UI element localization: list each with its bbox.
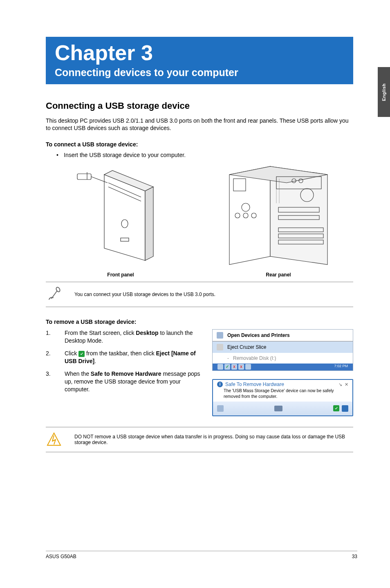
remove-heading: To remove a USB storage device: [46,319,353,325]
svg-marker-2 [145,187,153,260]
step-2-mid: from the taskbar, then click [85,350,156,357]
step-2-post: . [94,358,96,364]
eject-menu-screenshot: Open Devices and Printers Eject Cruzer S… [212,329,353,371]
footer-model: ASUS G50AB [46,554,76,559]
tray-ico-3: x [231,364,237,370]
systray-icons: ✓ x x [217,364,251,370]
svg-rect-7 [77,174,91,180]
step-3-bold: Safe to Remove Hardware [91,370,161,377]
safe-remove-screenshot: i Safe To Remove Hardware ↘ ✕ The 'USB M… [212,379,353,416]
step-2-pre: Click [65,350,78,357]
connect-bullet-text: Insert the USB storage device to your co… [64,152,186,158]
open-devices-row[interactable]: Open Devices and Printers [213,330,353,341]
step-1-bold: Desktop [136,330,158,336]
front-panel-figure: Front panel [46,166,195,278]
front-panel-label: Front panel [107,272,134,278]
info-icon: i [217,382,223,387]
drive-icon [217,344,223,350]
balloon-close-icon[interactable]: ✕ [345,382,348,387]
removable-disk-dash: - [227,355,229,361]
connect-heading: To connect a USB storage device: [46,141,353,148]
footer-page-number: 33 [352,554,357,559]
step-1-num: 1. [46,329,65,345]
safe-remove-body: The 'USB Mass Storage Device' device can… [213,387,352,401]
section-heading: Connecting a USB storage device [46,101,353,111]
removable-disk-row[interactable]: - Removable Disk (I:) [213,353,353,364]
step-1: 1. From the Start screen, click Desktop … [46,329,206,345]
balloon-min-icon[interactable]: ↘ [338,382,342,387]
warning-text: DO NOT remove a USB storage device when … [74,434,353,445]
rear-panel-figure: Rear panel [204,162,353,278]
svg-point-5 [121,220,128,228]
note-usb30: You can connect your USB storage devices… [46,282,353,307]
removable-disk-label: Removable Disk (I:) [233,355,276,361]
svg-marker-10 [229,166,270,265]
printer-icon [217,332,223,339]
pen-icon [46,286,62,303]
systray-bar: ✓ x x 7:02 PM [213,364,353,370]
page-footer: ASUS G50AB 33 [46,551,357,559]
chapter-banner: Chapter 3 Connecting devices to your com… [46,37,353,84]
language-tab: English [378,67,390,117]
tray-keyboard-icon [274,406,282,411]
tray-ico-4: x [238,364,244,370]
eject-cruzer-row[interactable]: Eject Cruzer Slice [213,341,353,353]
tray-usb-ok-icon[interactable] [333,405,339,411]
step-1-pre: From the Start screen, click [65,330,136,336]
step-2-num: 2. [46,350,65,365]
safe-remove-title: Safe To Remove Hardware [225,382,284,387]
tray-ico-2: ✓ [224,364,230,370]
usb-tray-icon [78,351,85,357]
rear-panel-label: Rear panel [266,272,291,278]
pc-rear-illustration [217,162,340,269]
panel-illustrations: Front panel [46,162,353,278]
step-3-num: 3. [46,370,65,393]
bullet-marker: • [46,152,64,158]
step-3-pre: When the [65,370,91,377]
systray-time: 7:02 PM [334,364,348,370]
note-usb30-text: You can connect your USB storage devices… [74,292,353,297]
tray-ico-5 [245,364,251,370]
open-devices-label: Open Devices and Printers [227,332,290,338]
pc-front-illustration [67,166,174,269]
tray-shield-icon [342,405,348,412]
chapter-title: Chapter 3 [55,42,344,64]
step-2: 2. Click from the taskbar, then click Ej… [46,350,206,365]
tray-ico-1 [217,364,223,370]
warning-note: DO NOT remove a USB storage device when … [46,427,353,452]
eject-cruzer-label: Eject Cruzer Slice [227,344,266,350]
connect-bullet-row: • Insert the USB storage device to your … [46,152,353,158]
step-3: 3. When the Safe to Remove Hardware mess… [46,370,206,393]
taskbar-footer [213,402,352,415]
tray-lang-icon [217,405,224,412]
chapter-subtitle: Connecting devices to your computer [55,67,344,79]
intro-paragraph: This desktop PC provides USB 2.0/1.1 and… [46,117,353,132]
warning-icon [46,431,62,448]
